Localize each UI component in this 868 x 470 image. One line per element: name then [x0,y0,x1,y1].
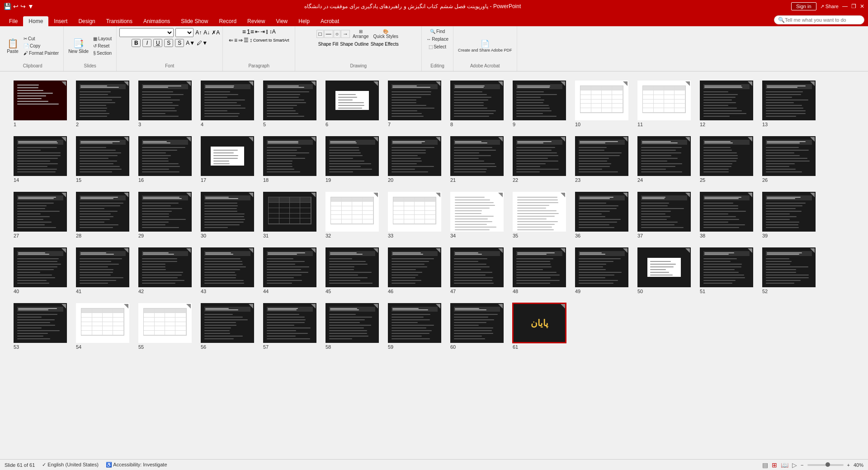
align-center-button[interactable]: ≡ [234,37,237,43]
slide-item[interactable]: 56 [201,303,254,350]
font-color-button[interactable]: A▼ [186,40,195,46]
tab-review[interactable]: Review [242,16,270,26]
sign-in-button[interactable]: Sign in [791,2,816,10]
align-left-button[interactable]: ⇐ [229,37,233,43]
slide-sorter-button[interactable]: ⊞ [772,461,777,469]
columns-button[interactable]: ⫿ [266,28,269,35]
shadow-button[interactable]: S [175,39,184,47]
slide-item[interactable]: 31 [263,192,316,238]
slide-item[interactable]: 57 [263,303,316,350]
text-direction-button[interactable]: ↕A [269,28,276,35]
decrease-indent-button[interactable]: ⇤ [255,28,259,35]
slide-item[interactable]: پایان61 [513,303,566,350]
font-family-select[interactable] [119,28,174,37]
reset-button[interactable]: ↺ Reset [91,43,113,49]
font-grow-icon[interactable]: A↑ [195,29,202,36]
cut-button[interactable]: ✂ Cut [22,35,61,42]
smartart-button[interactable]: Convert to SmartArt [253,38,289,43]
underline-button[interactable]: U [153,39,162,47]
justify-button[interactable]: ☰ [244,37,249,43]
zoom-in-button[interactable]: + [847,462,850,468]
slide-item[interactable]: 54 [76,303,129,350]
tab-file[interactable]: File [4,16,23,26]
slide-item[interactable]: 24 [637,136,691,183]
italic-button[interactable]: I [142,39,151,47]
slide-item[interactable]: 35 [513,192,566,238]
numbering-button[interactable]: 1≡ [247,28,254,35]
slide-item[interactable]: 39 [762,192,816,238]
new-slide-button[interactable]: 📑 New Slide [66,37,90,55]
slide-item[interactable]: 4 [201,81,254,127]
shapes-area[interactable]: □ — ○ → [316,30,350,38]
increase-indent-button[interactable]: ⇥ [260,28,265,35]
slide-item[interactable]: 7 [388,81,441,127]
slide-item[interactable]: 10 [575,81,628,127]
slide-item[interactable]: 44 [263,247,316,294]
slide-item[interactable]: 28 [76,192,129,238]
tab-slideshow[interactable]: Slide Show [175,16,213,26]
copy-button[interactable]: 📄 Copy [22,43,61,49]
slide-item[interactable]: 41 [76,247,129,294]
accessibility-indicator[interactable]: ♿ Accessibility: Investigate [106,462,167,468]
save-icon[interactable]: 💾 [4,3,11,10]
slide-item[interactable]: 40 [14,247,67,294]
slide-item[interactable]: 14 [14,136,67,183]
restore-button[interactable]: ❐ [851,3,856,9]
slide-item[interactable]: 3 [138,81,192,127]
font-shrink-icon[interactable]: A↓ [203,29,210,36]
quick-styles-button[interactable]: 🎨 Quick Styles [372,28,401,40]
tab-help[interactable]: Help [293,16,315,26]
slide-item[interactable]: 52 [762,247,816,294]
shape-outline-button[interactable]: Shape Outline [340,42,368,47]
clear-format-icon[interactable]: ✗A [212,29,220,36]
slideshow-button[interactable]: ▷ [792,461,797,469]
slide-item[interactable]: 37 [637,192,691,238]
slide-item[interactable]: 60 [450,303,504,350]
slide-item[interactable]: 36 [575,192,628,238]
share-icon[interactable]: ↗ Share [820,4,839,9]
slide-item[interactable]: 9 [513,81,566,127]
select-button[interactable]: ⬚ Select [427,43,448,50]
redo-icon[interactable]: ↪ [20,3,26,10]
slide-item[interactable]: 18 [263,136,316,183]
line-spacing-button[interactable]: ↕ [250,37,252,43]
normal-view-button[interactable]: ▤ [762,461,768,469]
quick-access-toolbar[interactable]: 💾 ↩ ↪ ▼ [4,3,34,10]
oval-shape[interactable]: ○ [334,30,340,38]
shape-fill-button[interactable]: Shape Fill [318,42,338,47]
layout-button[interactable]: ▦ Layout [91,35,113,42]
slide-item[interactable]: 26 [762,136,816,183]
customize-icon[interactable]: ▼ [28,3,34,10]
slide-item[interactable]: 21 [450,136,504,183]
search-input[interactable] [785,17,857,23]
zoom-slider[interactable] [807,464,844,466]
slide-item[interactable]: 45 [326,247,379,294]
spell-check-icon[interactable]: ✓ [42,462,46,467]
arrow-shape[interactable]: → [341,30,350,38]
slide-item[interactable]: 33 [388,192,441,238]
slide-item[interactable]: 13 [762,81,816,127]
arrange-button[interactable]: ⊞ Arrange [351,28,371,40]
slide-item[interactable]: 20 [388,136,441,183]
slide-item[interactable]: 1 [14,81,67,127]
slide-item[interactable]: 25 [700,136,753,183]
slide-item[interactable]: 43 [201,247,254,294]
slide-item[interactable]: 16 [138,136,192,183]
tab-animations[interactable]: Animations [138,16,175,26]
slide-item[interactable]: 50 [637,247,691,294]
slide-item[interactable]: 32 [326,192,379,238]
line-shape[interactable]: — [324,30,333,38]
tab-insert[interactable]: Insert [48,16,73,26]
highlight-button[interactable]: 🖊▼ [197,40,208,46]
replace-button[interactable]: ↔ Replace [425,36,450,43]
slide-item[interactable]: 53 [14,303,67,350]
close-button[interactable]: ✕ [860,3,864,9]
slide-item[interactable]: 58 [326,303,379,350]
minimize-button[interactable]: — [842,3,848,9]
paste-button[interactable]: 📋 Paste [5,37,21,55]
slide-item[interactable]: 15 [76,136,129,183]
slide-item[interactable]: 8 [450,81,504,127]
create-pdf-button[interactable]: 📄 Create and Share Adobe PDF [456,38,514,53]
tab-record[interactable]: Record [213,16,242,26]
zoom-level[interactable]: 40% [854,462,863,468]
